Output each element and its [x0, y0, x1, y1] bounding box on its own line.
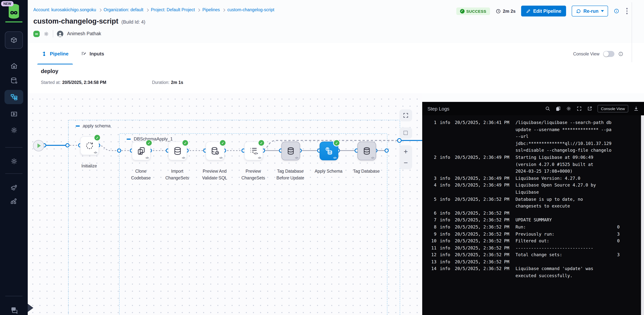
- success-check-icon: ✓: [333, 139, 340, 146]
- pipeline-workspace: apply schema DBSchemaApply_1: [28, 93, 644, 315]
- node-initialize[interactable]: ✓ </>: [80, 136, 99, 155]
- node-preview-changesets[interactable]: </> ✓ </>: [244, 142, 263, 160]
- node-import-changesets[interactable]: ✓ </>: [168, 142, 187, 160]
- info-icon[interactable]: [618, 51, 624, 56]
- step-logs-title: Step Logs: [428, 106, 450, 112]
- sidebar-divider: [5, 296, 22, 296]
- canvas-select-mode-button[interactable]: [399, 127, 412, 138]
- edit-pipeline-button[interactable]: Edit Pipeline: [521, 6, 566, 16]
- log-settings-gear-icon[interactable]: [566, 106, 571, 111]
- node-label: Tag Database Before Update: [274, 168, 306, 182]
- log-scrollbar[interactable]: [641, 115, 644, 315]
- view-tabs: Pipeline Inputs Console View: [28, 43, 644, 65]
- log-console-view-button[interactable]: Console View: [598, 105, 628, 112]
- cd-module-icon: ∞: [33, 30, 40, 37]
- log-download-icon[interactable]: [634, 106, 639, 111]
- duration-value: 2m 1s: [171, 80, 183, 85]
- log-line: 14info20/5/2025, 2:36:52 PMLiquibase com…: [422, 265, 641, 279]
- zoom-in-button[interactable]: +: [399, 146, 412, 157]
- log-line: 6info20/5/2025, 2:36:52 PM: [422, 210, 641, 216]
- node-clone-codebase[interactable]: ✓ </>: [132, 142, 150, 160]
- stage-name: deploy: [41, 68, 58, 74]
- log-open-new-tab-icon[interactable]: [587, 106, 592, 111]
- tab-pipeline[interactable]: Pipeline: [37, 43, 73, 64]
- breadcrumb-current[interactable]: custom-changelog-script: [228, 8, 274, 12]
- help-chat-icon[interactable]: ?: [0, 306, 28, 314]
- sidebar-item-layers-settings[interactable]: [0, 183, 28, 191]
- divider: [632, 2, 632, 62]
- node-label: Apply Schema: [313, 168, 344, 175]
- module-switcher-button[interactable]: [5, 32, 23, 49]
- rerun-button[interactable]: Re-run: [572, 6, 608, 16]
- pipeline-start-node[interactable]: [33, 140, 44, 151]
- group-label-apply-schema[interactable]: apply schema: [76, 123, 110, 128]
- sidebar-item-pipelines[interactable]: [0, 93, 28, 101]
- success-check-icon: ✓: [94, 134, 101, 141]
- log-fullscreen-icon[interactable]: [576, 106, 582, 111]
- page-header: Account: kurosakiichigo.songoku Organiza…: [28, 0, 644, 43]
- node-label: Preview ChangeSets: [238, 168, 269, 182]
- breadcrumb-project[interactable]: Project: Default Project: [151, 8, 195, 12]
- step-logs-panel: Step Logs Console View: [422, 102, 644, 315]
- node-tag-database-before-update[interactable]: </>: [281, 142, 300, 160]
- log-search-icon[interactable]: [545, 106, 550, 111]
- code-tag-icon: </>: [371, 156, 374, 159]
- chevron-right-icon: [146, 8, 149, 12]
- code-tag-icon: </>: [333, 156, 336, 159]
- sidebar-item-home[interactable]: [0, 62, 28, 70]
- sidebar-divider: [5, 174, 22, 174]
- module-accent-bar: [5, 21, 22, 22]
- log-line: 4info20/5/2025, 2:36:49 PMLiquibase Open…: [422, 182, 641, 196]
- node-tag-database[interactable]: </>: [358, 142, 376, 160]
- log-line: 11info20/5/2025, 2:36:52 PM-------------…: [422, 244, 641, 251]
- tab-inputs[interactable]: Inputs: [76, 43, 109, 64]
- sidebar-item-hierarchy-settings[interactable]: [0, 197, 28, 205]
- collapse-minus-icon[interactable]: [76, 125, 80, 126]
- check-icon: ✓: [460, 9, 464, 13]
- sidebar-item-settings[interactable]: [0, 157, 28, 165]
- node-preview-validate-sql[interactable]: ✓ </>: [206, 142, 224, 160]
- main-area: Account: kurosakiichigo.songoku Organiza…: [28, 0, 644, 315]
- log-line: 3info20/5/2025, 2:36:49 PMLiquibase Vers…: [422, 175, 641, 182]
- log-line: 1info20/5/2025, 2:36:41 PM/liquibase/liq…: [422, 119, 641, 154]
- breadcrumb-organization[interactable]: Organization: default: [104, 8, 143, 12]
- breadcrumb-account[interactable]: Account: kurosakiichigo.songoku: [33, 8, 96, 12]
- started-at-label: Started at:: [41, 80, 61, 85]
- pipeline-settings-gear-icon[interactable]: [44, 31, 49, 36]
- elapsed-time: 2m 2s: [496, 8, 516, 14]
- node-label: Preview And Validate SQL: [199, 168, 230, 182]
- stepgroup-dbschemaapply: [119, 133, 387, 315]
- step-logs-body[interactable]: 1info20/5/2025, 2:36:41 PM/liquibase/liq…: [422, 115, 641, 315]
- node-label: Tag Database: [351, 168, 382, 175]
- node-label: Import ChangeSets: [162, 168, 193, 182]
- log-copy-icon[interactable]: [556, 106, 561, 111]
- chevron-right-icon: [222, 8, 225, 12]
- canvas-fit-view-button[interactable]: [399, 109, 412, 121]
- node-apply-schema[interactable]: ✓ </>: [320, 142, 338, 160]
- log-line: 7info20/5/2025, 2:36:52 PMUPDATE SUMMARY: [422, 217, 641, 224]
- play-icon: [38, 144, 41, 148]
- sidebar-item-stage-settings[interactable]: [0, 126, 28, 134]
- sidebar: NEW: [0, 0, 28, 315]
- breadcrumb-pipelines[interactable]: Pipelines: [202, 8, 220, 12]
- more-options-kebab[interactable]: [625, 6, 629, 16]
- log-line: 2info20/5/2025, 2:36:49 PMStarting Liqui…: [422, 154, 641, 175]
- console-view-toggle[interactable]: [603, 51, 614, 57]
- zoom-out-button[interactable]: −: [399, 157, 412, 168]
- app-root: NEW: [0, 0, 644, 315]
- info-icon[interactable]: [614, 8, 619, 14]
- node-label: Clone Codebase: [125, 168, 156, 182]
- chevron-down-icon: [601, 10, 604, 12]
- log-line: 5info20/5/2025, 2:36:52 PMDatabase is up…: [422, 196, 641, 210]
- code-tag-icon: </>: [182, 156, 185, 159]
- svg-text:?: ?: [12, 307, 14, 310]
- node-label: Initialize: [74, 163, 105, 170]
- avatar: [57, 30, 63, 37]
- sidebar-item-database-devops[interactable]: [0, 77, 28, 85]
- sidebar-item-executions[interactable]: [0, 110, 28, 118]
- collapse-minus-icon[interactable]: [127, 138, 131, 140]
- log-line: 12info20/5/2025, 2:36:52 PMTotal change …: [422, 252, 641, 258]
- code-tag-icon: </>: [258, 156, 261, 159]
- canvas-collapse-handle[interactable]: [28, 304, 33, 312]
- log-line: 13info20/5/2025, 2:36:52 PM: [422, 258, 641, 265]
